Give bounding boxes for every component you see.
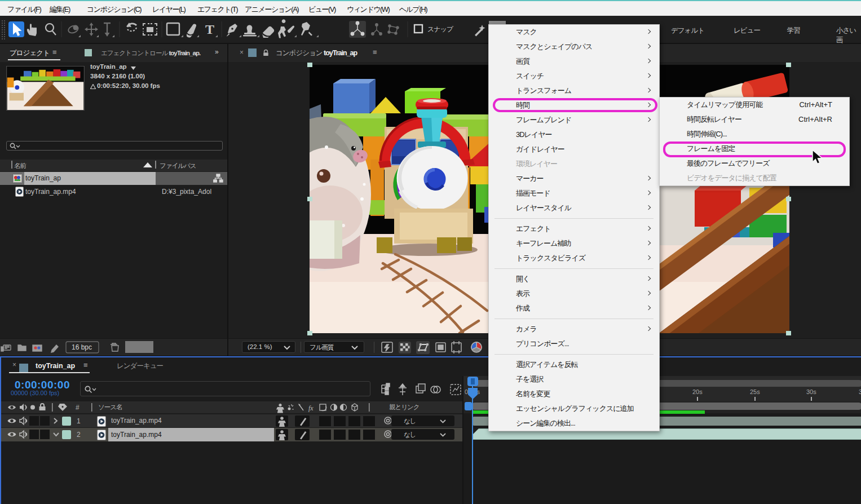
svg-text:#: # [76, 404, 80, 412]
svg-text:T: T [205, 22, 214, 37]
svg-text:1: 1 [77, 417, 81, 425]
svg-text:fx: fx [308, 404, 314, 412]
svg-text:16 bpc: 16 bpc [72, 343, 92, 351]
svg-text:2: 2 [77, 431, 81, 439]
